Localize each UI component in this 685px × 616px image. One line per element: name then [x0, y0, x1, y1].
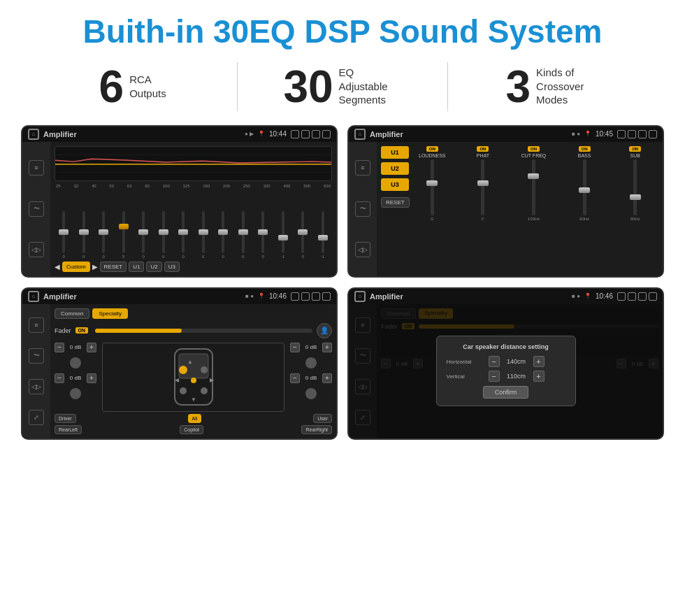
- stat-label-rca: RCA Outputs: [129, 73, 166, 100]
- home-icon: ⌂: [28, 129, 39, 140]
- eq-u3-btn[interactable]: U3: [164, 262, 180, 272]
- distance-icon-2: [628, 292, 636, 301]
- eq-u2-btn[interactable]: U2: [146, 262, 161, 272]
- speaker-tab-specialty[interactable]: Specialty: [92, 308, 127, 319]
- crossover-col-phat: ON PHAT F: [460, 146, 507, 272]
- distance-icon-1: [617, 292, 626, 301]
- screen-crossover: ⌂ Amplifier ■ ● 📍 10:45 ≡ 〜 ◁▷: [347, 125, 664, 278]
- speaker-icon-3: [312, 292, 320, 301]
- speaker-icon-2: [301, 292, 310, 301]
- vertical-plus-btn[interactable]: +: [533, 371, 545, 382]
- dialog-vertical-row: Vertical − 110cm +: [447, 371, 565, 382]
- svg-text:◀: ◀: [175, 377, 180, 383]
- sub-label: SUB: [630, 153, 640, 158]
- speaker-app-name: Amplifier: [43, 292, 241, 301]
- vertical-minus-btn[interactable]: −: [489, 371, 500, 382]
- eq-tune-icon: ≡: [29, 160, 44, 176]
- eq-freq-labels: 253240506380100125160200250320400500630: [55, 184, 332, 188]
- speaker-bottom-row: Driver All User: [55, 414, 332, 423]
- db-minus-fl[interactable]: −: [55, 343, 64, 352]
- horizontal-minus-btn[interactable]: −: [489, 356, 500, 367]
- user-btn[interactable]: User: [313, 414, 332, 423]
- u1-button[interactable]: U1: [381, 146, 409, 159]
- distance-icon-4: [649, 292, 657, 301]
- db-plus-fr[interactable]: +: [322, 343, 332, 352]
- u3-button[interactable]: U3: [381, 178, 409, 191]
- fader-on-badge: ON: [75, 327, 89, 334]
- eq-slider-12: 0: [294, 211, 312, 259]
- db-plus-rl[interactable]: +: [87, 373, 96, 383]
- svg-text:▲: ▲: [187, 359, 193, 365]
- horizontal-label: Horizontal: [447, 359, 485, 365]
- crossover-app-name: Amplifier: [370, 130, 568, 138]
- crossover-reset-btn[interactable]: RESET: [381, 197, 410, 208]
- wifi-icon: [312, 130, 320, 138]
- crossover-col-loudness: ON LOUDNESS G: [409, 146, 456, 272]
- speaker-diagram-area: − 0 dB + − 0 dB +: [55, 343, 332, 412]
- dialog-title: Car speaker distance setting: [447, 343, 565, 350]
- speaker-tune-icon: ≡: [29, 317, 44, 333]
- eq-next-arrow[interactable]: ▶: [92, 263, 98, 271]
- db-val-fr: 0 dB: [302, 344, 320, 350]
- u2-button[interactable]: U2: [381, 162, 409, 175]
- rearleft-btn[interactable]: RearLeft: [55, 425, 82, 434]
- crossover-time: 10:45: [596, 130, 613, 138]
- db-minus-fr[interactable]: −: [290, 343, 300, 352]
- rearright-btn[interactable]: RearRight: [301, 425, 332, 434]
- speaker-status-bar: ⌂ Amplifier ■ ● 📍 10:46: [22, 289, 336, 304]
- car-diagram: ▲ ▼ ◀ ▶: [102, 343, 284, 412]
- eq-vol-icon: ◁▷: [29, 242, 44, 257]
- speaker-main-area: Common Specialty Fader ON 👤: [50, 304, 336, 438]
- dialog-horizontal-row: Horizontal − 140cm +: [447, 356, 565, 367]
- distance-status-icons: [617, 292, 657, 301]
- speaker-icon-4: [322, 292, 331, 301]
- db-plus-fl[interactable]: +: [87, 343, 96, 352]
- confirm-btn[interactable]: Confirm: [483, 386, 529, 399]
- crossover-sliders-area: ON LOUDNESS G ON PHAT F: [409, 146, 658, 272]
- speaker-content: ≡ 〜 ◁▷ ⤢ Common Specialty Fader ON: [22, 304, 336, 438]
- all-btn[interactable]: All: [188, 414, 202, 423]
- crossover-icon-2: [628, 130, 636, 138]
- db-plus-rr[interactable]: +: [322, 373, 332, 383]
- svg-point-5: [179, 366, 187, 374]
- distance-status-bar: ⌂ Amplifier ■ ● 📍 10:46: [349, 289, 663, 304]
- svg-text:▼: ▼: [191, 396, 196, 403]
- eq-sliders-row: 0 0 0 5: [55, 191, 332, 259]
- bass-on-badge: ON: [579, 146, 591, 152]
- speaker-wave-icon: 〜: [29, 348, 44, 364]
- eq-slider-9: 0: [234, 211, 253, 259]
- bass-label: BASS: [578, 153, 591, 158]
- db-val-fl: 0 dB: [66, 344, 85, 350]
- db-minus-rl[interactable]: −: [55, 373, 64, 383]
- db-row-rr: − 0 dB +: [290, 373, 332, 383]
- speaker-sidebar: ≡ 〜 ◁▷ ⤢: [22, 304, 50, 438]
- db-row-rl: − 0 dB +: [55, 373, 96, 383]
- eq-custom-btn[interactable]: Custom: [62, 262, 90, 272]
- eq-graph: [55, 146, 332, 181]
- main-title: Buith-in 30EQ DSP Sound System: [21, 14, 664, 50]
- svg-point-6: [201, 366, 208, 373]
- db-minus-rr[interactable]: −: [290, 373, 300, 383]
- eq-u1-btn[interactable]: U1: [129, 262, 144, 272]
- eq-status-icons: [291, 130, 331, 138]
- eq-slider-7: 0: [194, 211, 213, 259]
- driver-btn[interactable]: Driver: [55, 414, 76, 423]
- eq-main-area: 253240506380100125160200250320400500630 …: [50, 142, 336, 276]
- copilot-btn[interactable]: Copilot: [180, 425, 203, 434]
- speaker-tab-common[interactable]: Common: [55, 308, 89, 319]
- volume-icon: [301, 130, 310, 138]
- eq-slider-10: 0: [254, 211, 273, 259]
- eq-reset-btn[interactable]: RESET: [100, 262, 127, 272]
- crossover-tune-icon: ≡: [355, 160, 370, 176]
- screen-distance: ⌂ Amplifier ■ ● 📍 10:46 ≡ 〜 ◁▷ ⤢: [347, 287, 664, 440]
- stat-number-rca: 6: [99, 64, 124, 109]
- eq-status-bar: ⌂ Amplifier ● ▶ 📍 10:44: [22, 127, 336, 142]
- crossover-status-icons: [617, 130, 657, 138]
- eq-slider-8: 0: [214, 211, 233, 259]
- horizontal-plus-btn[interactable]: +: [533, 356, 545, 367]
- distance-app-name: Amplifier: [370, 292, 568, 301]
- eq-prev-arrow[interactable]: ◀: [55, 263, 60, 271]
- crossover-col-cutfreq: ON CUT FREQ 100Hz: [510, 146, 557, 272]
- speaker-dot-fr: [305, 357, 317, 368]
- speaker-dot-rr: [305, 388, 317, 399]
